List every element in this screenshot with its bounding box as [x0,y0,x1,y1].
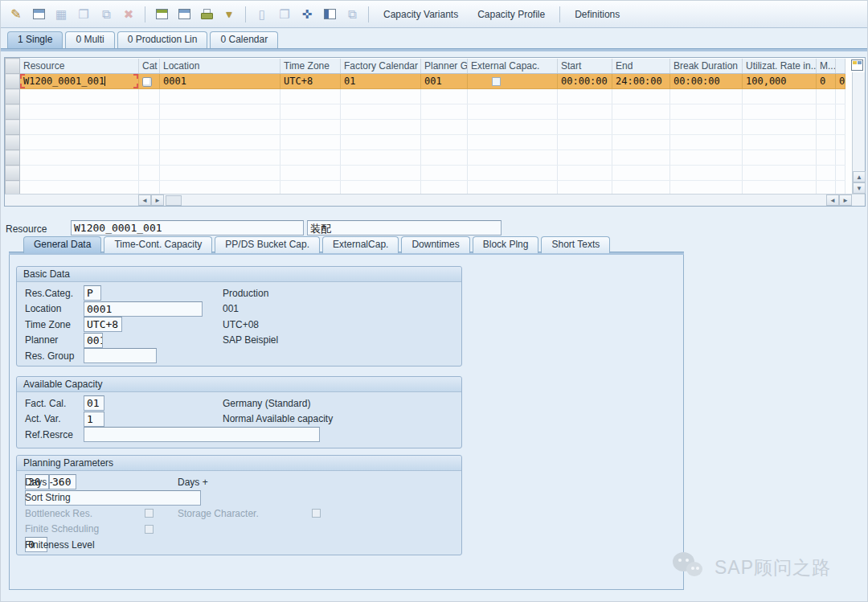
tab-multi[interactable]: 0 Multi [65,31,114,48]
toolbar-separator [368,6,369,23]
move-icon[interactable]: ✜ [297,5,317,24]
cell-factory-calendar[interactable]: 01 [341,74,421,89]
tab-external-cap[interactable]: ExternalCap. [322,236,399,253]
watermark: SAP顾问之路 [673,552,831,583]
cell-location[interactable]: 0001 [160,74,280,89]
scroll-left-icon[interactable]: ◄ [138,195,151,206]
col-start[interactable]: Start [558,59,612,74]
col-clipped[interactable] [836,59,845,74]
location-input[interactable]: 0001 [84,301,203,317]
col-time-zone[interactable]: Time Zone [280,59,341,74]
tab-short-texts[interactable]: Short Texts [541,236,610,253]
table-row: W1200_0001_001 0001 UTC+8 01 001 00:00:0… [6,74,845,89]
cell-cat[interactable] [139,74,160,89]
scroll-up-icon[interactable]: ▲ [853,171,866,182]
capacity-variants-button[interactable]: Capacity Variants [375,6,467,23]
res-categ-input[interactable]: P [84,285,101,301]
scroll-down-icon[interactable]: ▼ [853,182,866,194]
days-plus-input[interactable]: 360 [49,474,76,489]
horizontal-scrollbar[interactable]: ◄ ► ◄ ► [5,194,865,206]
row-selector[interactable] [6,135,20,150]
tab-production-line[interactable]: 0 Production Lin [117,31,208,48]
table-settings-icon[interactable] [851,59,863,71]
display-line-icon[interactable] [174,5,194,24]
cell-break-duration[interactable]: 00:00:00 [670,74,743,89]
scroll-left-icon[interactable]: ◄ [826,195,839,206]
planner-input[interactable]: 001 [84,333,103,348]
cell-utilization-rate[interactable]: 100,000 [743,74,817,89]
cell-time-zone[interactable]: UTC+8 [280,74,341,89]
resource-input[interactable]: W1200_0001_001 [71,220,304,235]
cut-icon[interactable]: ▯ [252,5,272,24]
tab-block-plng[interactable]: Block Plng [473,236,539,253]
table-row [6,120,845,135]
toolbar-separator [245,6,246,23]
column-config-icon[interactable] [319,5,340,24]
toolbar-separator [559,6,560,23]
cell-resource[interactable]: W1200_0001_001 [20,74,139,89]
capacity-grid-icon[interactable]: ▦ [51,5,72,24]
category-icon [142,77,152,87]
act-var-input[interactable]: 1 [84,412,104,427]
table-row [6,89,845,104]
copy-icon[interactable]: ❐ [274,5,295,24]
cell-end[interactable]: 24:00:00 [612,74,670,89]
external-capacity-checkbox[interactable] [492,77,501,86]
delete-icon[interactable]: ✖ [118,5,139,24]
select-all-corner[interactable] [6,59,20,74]
col-factory-calendar[interactable]: Factory Calendar [341,59,421,74]
scrollbar-thumb[interactable] [166,195,182,206]
copy-resource-icon[interactable]: ❐ [73,5,94,24]
row-selector[interactable] [6,74,20,89]
cell-planner-group[interactable]: 001 [421,74,468,89]
text-cursor [104,76,105,86]
definitions-button[interactable]: Definitions [566,6,628,23]
details-icon[interactable] [28,5,49,24]
table-row [6,150,845,166]
col-planner-group[interactable]: Planner G... [421,59,468,74]
cell-m[interactable]: 0 [817,74,836,89]
col-cat[interactable]: Cat [139,59,160,74]
vertical-scrollbar[interactable]: ▲ ▼ [852,72,865,194]
col-end[interactable]: End [612,59,670,74]
capacity-profile-button[interactable]: Capacity Profile [469,6,554,23]
res-group-input[interactable] [84,348,157,363]
col-location[interactable]: Location [160,59,280,74]
tab-time-cont-capacity[interactable]: Time-Cont. Capacity [104,236,212,253]
row-selector[interactable] [6,120,20,135]
tab-downtimes[interactable]: Downtimes [401,236,469,253]
insert-line-icon[interactable] [151,5,172,24]
col-external-capacity[interactable]: External Capac. [468,59,558,74]
relationship-icon[interactable]: ⧉ [342,5,362,24]
display-change-icon[interactable]: ✎ [6,5,27,24]
row-selector[interactable] [6,89,20,104]
fact-cal-input[interactable]: 01 [84,395,104,411]
cell-start[interactable]: 00:00:00 [558,74,612,89]
tab-calendar[interactable]: 0 Calendar [210,31,278,48]
print-icon[interactable] [196,5,217,24]
col-resource[interactable]: Resource [20,59,139,74]
tab-general-data[interactable]: General Data [23,236,101,253]
time-zone-input[interactable]: UTC+8 [84,317,122,332]
days-minus-label: Days - [25,477,53,488]
scroll-right-icon[interactable]: ► [151,195,164,206]
scroll-right-icon[interactable]: ► [839,195,852,206]
row-selector[interactable] [6,150,20,166]
time-zone-description: UTC+08 [223,319,259,330]
tab-single[interactable]: 1 Single [7,31,63,48]
sort-string-label: Sort String [25,492,71,503]
finite-scheduling-label: Finite Scheduling [25,523,99,534]
tab-ppds-bucket-cap[interactable]: PP/DS Bucket Cap. [215,236,320,253]
location-description: 001 [223,303,239,314]
filter-icon[interactable]: ▼ [219,5,240,24]
cell-clipped[interactable]: 0 [836,74,845,89]
ref-resrce-input[interactable] [84,427,320,442]
row-selector[interactable] [6,104,20,120]
col-utilization-rate[interactable]: Utilizat. Rate in... [743,59,817,74]
col-m[interactable]: M... [817,59,836,74]
row-selector[interactable] [6,166,20,181]
assign-icon[interactable]: ⧉ [96,5,117,24]
tabstrip-line [1,48,867,51]
resource-description-input[interactable]: 装配 [307,220,502,235]
col-break-duration[interactable]: Break Duration [670,59,743,74]
